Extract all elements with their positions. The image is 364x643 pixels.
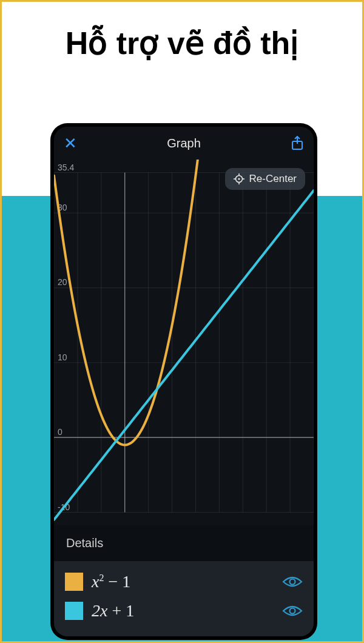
svg-point-34 xyxy=(290,608,295,614)
graph-topbar: ✕ Graph xyxy=(54,127,314,160)
share-icon[interactable] xyxy=(286,136,304,150)
phone-screen: ✕ Graph -10010203035.4 xyxy=(54,127,314,636)
phone-frame: ✕ Graph -10010203035.4 xyxy=(50,123,317,640)
topbar-title: Graph xyxy=(167,136,201,150)
legend-row: 2x + 1 xyxy=(65,596,303,625)
svg-text:20: 20 xyxy=(58,277,67,287)
graph-canvas[interactable]: -10010203035.4 Re-Center xyxy=(54,160,314,525)
legend-panel: x2 − 1 2x + 1 xyxy=(54,561,314,636)
visibility-eye-icon[interactable] xyxy=(282,575,303,588)
legend-swatch xyxy=(65,573,83,591)
recenter-label: Re-Center xyxy=(249,173,297,185)
legend-row: x2 − 1 xyxy=(65,567,303,596)
details-header[interactable]: Details xyxy=(54,525,314,561)
legend-swatch xyxy=(65,602,83,620)
svg-text:35.4: 35.4 xyxy=(58,163,74,172)
crosshair-icon xyxy=(234,173,244,184)
graph-svg: -10010203035.4 xyxy=(54,160,314,525)
svg-point-33 xyxy=(290,579,295,585)
recenter-button[interactable]: Re-Center xyxy=(225,168,305,190)
svg-text:0: 0 xyxy=(58,427,62,437)
legend-formula: 2x + 1 xyxy=(92,601,274,621)
close-icon[interactable]: ✕ xyxy=(64,134,82,153)
promo-title: Hỗ trợ vẽ đồ thị xyxy=(2,2,362,79)
visibility-eye-icon[interactable] xyxy=(282,604,303,618)
svg-point-28 xyxy=(238,178,240,180)
svg-text:10: 10 xyxy=(58,352,67,362)
legend-formula: x2 − 1 xyxy=(92,572,274,591)
